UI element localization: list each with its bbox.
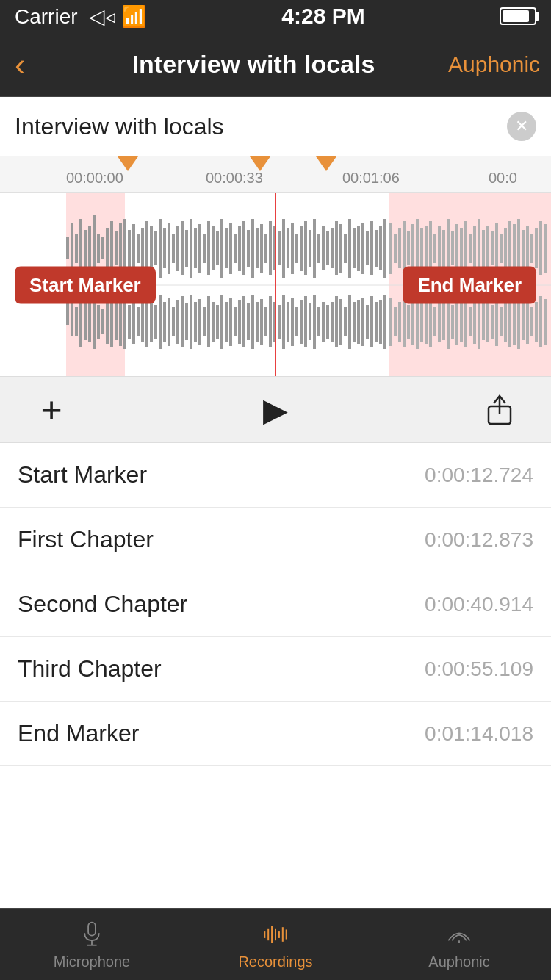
svg-rect-204 — [486, 302, 489, 342]
svg-rect-71 — [379, 226, 382, 270]
svg-rect-214 — [530, 307, 533, 336]
tab-recordings[interactable]: Recordings — [184, 909, 367, 980]
share-button[interactable] — [478, 388, 522, 432]
svg-rect-136 — [185, 303, 188, 340]
back-button[interactable]: ‹ — [15, 46, 59, 83]
svg-rect-124 — [132, 300, 135, 344]
chapter-marker-arrow — [250, 156, 270, 171]
svg-rect-140 — [203, 307, 206, 336]
svg-rect-153 — [260, 299, 263, 345]
tab-auphonic-label: Auphonic — [428, 954, 489, 970]
marker-item-0[interactable]: Start Marker 0:00:12.724 — [0, 443, 551, 508]
svg-rect-87 — [451, 231, 454, 265]
svg-rect-132 — [168, 298, 170, 346]
svg-rect-123 — [128, 305, 131, 339]
title-input[interactable] — [15, 113, 507, 140]
svg-rect-142 — [212, 302, 215, 342]
svg-rect-209 — [508, 296, 511, 347]
svg-rect-8 — [101, 237, 104, 259]
marker-name-2: Second Chapter — [18, 591, 187, 618]
svg-rect-68 — [366, 231, 369, 265]
svg-rect-78 — [411, 224, 414, 273]
svg-rect-81 — [425, 226, 428, 271]
svg-rect-60 — [331, 228, 334, 268]
svg-rect-171 — [339, 299, 342, 345]
marker-item-2[interactable]: Second Chapter 0:00:40.914 — [0, 572, 551, 637]
svg-rect-56 — [313, 219, 316, 278]
svg-rect-163 — [304, 296, 307, 347]
svg-rect-222 — [88, 923, 96, 936]
recordings-icon — [259, 918, 292, 951]
svg-rect-44 — [260, 224, 263, 273]
svg-rect-116 — [97, 305, 100, 339]
svg-rect-2 — [75, 234, 78, 263]
svg-rect-20 — [154, 231, 157, 265]
svg-rect-69 — [370, 221, 373, 275]
svg-rect-131 — [163, 302, 166, 342]
marker-name-0: Start Marker — [18, 461, 147, 489]
svg-rect-98 — [500, 234, 503, 263]
svg-rect-50 — [287, 228, 289, 268]
svg-rect-84 — [438, 226, 441, 270]
svg-rect-61 — [335, 221, 338, 275]
svg-rect-52 — [295, 234, 298, 263]
svg-rect-105 — [530, 234, 533, 263]
marker-item-1[interactable]: First Chapter 0:00:12.873 — [0, 508, 551, 572]
svg-rect-175 — [357, 300, 360, 344]
svg-rect-40 — [242, 221, 245, 275]
svg-rect-5 — [88, 226, 91, 270]
svg-rect-55 — [309, 230, 311, 267]
svg-rect-201 — [473, 300, 476, 344]
svg-rect-191 — [429, 296, 432, 347]
svg-rect-121 — [119, 298, 122, 346]
auphonic-button[interactable]: Auphonic — [448, 52, 536, 77]
end-marker-arrow — [316, 156, 336, 171]
timeline-mark-2: 00:01:06 — [342, 170, 400, 187]
clear-title-button[interactable]: ✕ — [507, 112, 536, 141]
svg-rect-16 — [137, 234, 140, 263]
tab-auphonic[interactable]: Auphonic — [367, 909, 551, 980]
svg-rect-64 — [348, 219, 351, 278]
svg-rect-4 — [84, 230, 87, 267]
svg-rect-80 — [420, 228, 423, 268]
start-marker-label[interactable]: Start Marker — [15, 267, 156, 304]
svg-rect-48 — [278, 231, 281, 265]
tab-microphone[interactable]: Microphone — [0, 909, 184, 980]
svg-rect-139 — [198, 299, 201, 345]
svg-rect-187 — [411, 299, 414, 345]
svg-rect-182 — [389, 298, 392, 346]
svg-rect-113 — [84, 303, 87, 340]
svg-rect-63 — [344, 234, 347, 263]
svg-rect-120 — [115, 303, 118, 340]
add-button[interactable]: + — [29, 388, 73, 432]
end-marker-label[interactable]: End Marker — [403, 267, 536, 304]
svg-rect-91 — [469, 234, 472, 263]
svg-rect-127 — [145, 296, 148, 347]
marker-item-4[interactable]: End Marker 0:01:14.018 — [0, 702, 551, 766]
svg-rect-150 — [247, 303, 250, 340]
svg-rect-32 — [207, 221, 210, 275]
svg-rect-208 — [504, 302, 507, 342]
waveform-area[interactable]: Start Marker End Marker — [0, 193, 551, 377]
marker-time-1: 0:00:12.873 — [425, 528, 533, 552]
title-bar: ✕ — [0, 97, 551, 156]
svg-rect-33 — [212, 226, 215, 270]
svg-rect-213 — [526, 300, 529, 344]
marker-list: Start Marker 0:00:12.724 First Chapter 0… — [0, 443, 551, 766]
svg-rect-70 — [375, 230, 378, 267]
svg-rect-162 — [300, 300, 303, 344]
marker-item-3[interactable]: Third Chapter 0:00:55.109 — [0, 637, 551, 702]
marker-name-3: Third Chapter — [18, 655, 162, 682]
timeline: 00:00:00 00:00:33 00:01:06 00:0 — [0, 156, 551, 193]
marker-name-4: End Marker — [18, 720, 139, 747]
svg-rect-104 — [526, 226, 529, 271]
svg-rect-126 — [141, 302, 144, 342]
svg-rect-172 — [344, 307, 347, 336]
svg-rect-92 — [473, 226, 476, 271]
svg-rect-167 — [322, 302, 325, 342]
svg-rect-23 — [168, 223, 170, 274]
timeline-mark-1: 00:00:33 — [206, 170, 263, 187]
waveform-container[interactable]: 00:00:00 00:00:33 00:01:06 00:0 — [0, 156, 551, 377]
play-button[interactable]: ▶ — [253, 388, 298, 432]
svg-rect-75 — [398, 228, 401, 268]
